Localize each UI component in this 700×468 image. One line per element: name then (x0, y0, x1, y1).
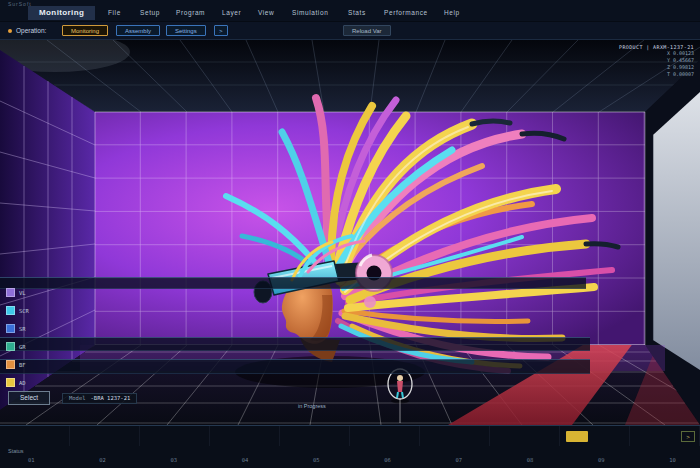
legend-item[interactable]: AD (6, 378, 26, 387)
operation-toolbar: Operation: Monitoring Assembly Settings … (0, 22, 700, 40)
legend-color-swatch (6, 306, 15, 315)
legend-label: SR (19, 326, 26, 332)
product-readout: PRODUCT | ARXM-1237-21 X 0.00123 Y 0.456… (619, 44, 694, 78)
timeline-highlight-marker[interactable] (566, 431, 588, 442)
timeline-cell[interactable] (490, 426, 560, 446)
readout-value: X 0.00123 (619, 50, 694, 57)
model-label: Model (69, 395, 86, 401)
model-value: -BRA 1237-21 (91, 395, 131, 401)
legend-color-swatch (6, 378, 15, 387)
menu-item-help[interactable]: Help (444, 9, 460, 16)
legend-item[interactable]: SR (6, 324, 26, 333)
bottom-panel: > Status 01 02 03 04 05 06 07 08 09 10 (0, 425, 700, 468)
assembly-button[interactable]: Assembly (116, 25, 160, 36)
legend-item[interactable]: GR (6, 342, 26, 351)
timeline-number[interactable]: 09 (598, 457, 605, 463)
legend-color-swatch (6, 342, 15, 351)
progress-status-text: in Progress (298, 403, 326, 409)
legend-item[interactable]: VL (6, 288, 26, 297)
timeline-number[interactable]: 04 (242, 457, 249, 463)
app-window: SurSoft Monitoring File Setup Program La… (0, 0, 700, 468)
timeline-number[interactable]: 01 (28, 457, 35, 463)
legend-color-swatch (6, 288, 15, 297)
timeline-cell[interactable] (280, 426, 350, 446)
legend-item[interactable]: SCR (6, 306, 29, 315)
timeline-number[interactable]: 03 (171, 457, 178, 463)
overlay-band (0, 277, 586, 289)
timeline-number[interactable]: 10 (669, 457, 676, 463)
legend-label: VL (19, 290, 26, 296)
monitoring-button[interactable]: Monitoring (62, 25, 108, 36)
readout-value: Y 0.45667 (619, 57, 694, 64)
timeline-track[interactable] (0, 426, 700, 446)
model-chip[interactable]: Model -BRA 1237-21 (62, 393, 137, 404)
menu-item-setup[interactable]: Setup (140, 9, 160, 16)
operation-label: Operation: (16, 27, 46, 34)
timeline-number[interactable]: 02 (99, 457, 106, 463)
timeline-number[interactable]: 05 (313, 457, 320, 463)
timeline-cell[interactable] (70, 426, 140, 446)
menu-bar: SurSoft Monitoring File Setup Program La… (0, 0, 700, 22)
timeline-numbers: 01 02 03 04 05 06 07 08 09 10 (28, 457, 676, 463)
active-menu-tab[interactable]: Monitoring (28, 6, 95, 20)
menu-item-layer[interactable]: Layer (222, 9, 241, 16)
readout-value: Z 0.99812 (619, 64, 694, 71)
timeline-end-button[interactable]: > (681, 431, 695, 442)
reload-var-button[interactable]: Reload Var (343, 25, 391, 36)
timeline-number[interactable]: 07 (456, 457, 463, 463)
overlay-band (0, 337, 590, 351)
menu-item-simulation[interactable]: Simulation (292, 9, 328, 16)
legend-item[interactable]: BF (6, 360, 26, 369)
timeline-cell[interactable] (350, 426, 420, 446)
menu-item-stats[interactable]: Stats (348, 9, 366, 16)
timeline-cell[interactable] (140, 426, 210, 446)
settings-button[interactable]: Settings (166, 25, 206, 36)
select-button[interactable]: Select (8, 391, 50, 405)
legend-color-swatch (6, 360, 15, 369)
timeline-number[interactable]: 08 (527, 457, 534, 463)
expand-button[interactable]: > (214, 25, 228, 36)
status-label: Status (8, 448, 24, 454)
timeline-cell[interactable] (0, 426, 70, 446)
legend-label: GR (19, 344, 26, 350)
timeline-cell[interactable] (420, 426, 490, 446)
menu-item-view[interactable]: View (258, 9, 274, 16)
legend-color-swatch (6, 324, 15, 333)
legend-label: AD (19, 380, 26, 386)
legend-label: BF (19, 362, 26, 368)
legend-label: SCR (19, 308, 29, 314)
timeline-cell[interactable] (210, 426, 280, 446)
overlay-band (0, 359, 590, 374)
menu-item-performance[interactable]: Performance (384, 9, 428, 16)
timeline-number[interactable]: 06 (384, 457, 391, 463)
operation-status-dot (8, 29, 12, 33)
readout-value: T 0.00007 (619, 71, 694, 78)
menu-item-program[interactable]: Program (176, 9, 205, 16)
viewport-3d[interactable]: PRODUCT | ARXM-1237-21 X 0.00123 Y 0.456… (0, 40, 700, 425)
menu-item-file[interactable]: File (108, 9, 121, 16)
